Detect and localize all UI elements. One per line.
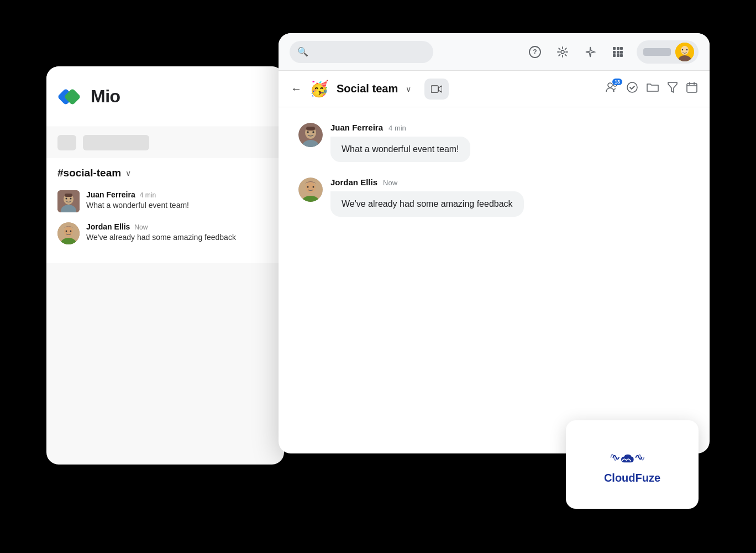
room-emoji: 🥳: [309, 80, 329, 98]
svg-point-10: [70, 231, 72, 232]
svg-point-9: [66, 231, 67, 232]
gchat-msg-body-1: Juan Ferreira 4 min What a wonderful eve…: [330, 123, 470, 162]
scene: Mio #social-team ∨: [46, 33, 710, 520]
gchat-message-1: Juan Ferreira 4 min What a wonderful eve…: [298, 123, 690, 162]
svg-point-40: [306, 182, 316, 193]
gchat-header-bar: 🔍 ?: [279, 33, 710, 71]
svg-rect-20: [613, 54, 616, 57]
folder-button[interactable]: [647, 82, 659, 95]
calendar-button[interactable]: [686, 82, 697, 96]
gchat-msg-header-2: Jordan Ellis Now: [330, 178, 524, 187]
slack-msg-content-2: Jordan Ellis Now We've already had some …: [86, 222, 236, 242]
cloudfuze-card: CloudFuze: [566, 420, 699, 509]
slack-msg-header-2: Jordan Ellis Now: [86, 222, 236, 231]
svg-rect-32: [687, 84, 697, 92]
svg-rect-21: [617, 54, 620, 57]
svg-point-31: [627, 82, 637, 92]
jordan-avatar-slack: [57, 222, 80, 244]
gchat-bubble-1: What a wonderful event team!: [330, 137, 470, 162]
gchat-panel: 🔍 ?: [279, 33, 710, 453]
svg-point-13: [561, 50, 564, 54]
channel-header[interactable]: #social-team ∨: [57, 167, 273, 179]
mio-diamonds-icon: [60, 87, 85, 107]
participants-count: 13: [612, 79, 622, 85]
slack-message-1: Juan Ferreira 4 min What a wonderful eve…: [57, 190, 273, 212]
chat-room-header: ← 🥳 Social team ∨ 13: [279, 71, 710, 107]
mio-logo-section: Mio: [46, 66, 284, 127]
slack-msg-content-1: Juan Ferreira 4 min What a wonderful eve…: [86, 190, 189, 210]
slack-text-1: What a wonderful event team!: [86, 201, 189, 210]
svg-point-3: [66, 198, 67, 200]
mini-box-2: [83, 135, 149, 150]
settings-button[interactable]: [554, 43, 571, 61]
slack-channel-area: #social-team ∨: [46, 158, 284, 263]
svg-rect-16: [620, 47, 623, 50]
mio-logo: Mio: [60, 86, 120, 107]
svg-point-43: [313, 186, 314, 188]
slack-mini-bar: [46, 127, 284, 158]
search-icon: 🔍: [297, 46, 308, 57]
slack-sender-1: Juan Ferreira: [86, 190, 135, 199]
svg-rect-18: [617, 51, 620, 54]
cloudfuze-icon: [610, 445, 654, 469]
gchat-bubble-2: We've already had some amazing feedback: [330, 191, 524, 217]
search-box[interactable]: 🔍: [290, 41, 433, 63]
spark-button[interactable]: [581, 43, 599, 61]
header-icons: ?: [526, 40, 699, 64]
room-tools: 13: [606, 81, 697, 96]
gchat-sender-1: Juan Ferreira: [330, 123, 383, 132]
gchat-time-1: 4 min: [389, 124, 406, 132]
juan-avatar: [57, 190, 80, 212]
filter-button[interactable]: [668, 81, 678, 96]
gchat-time-2: Now: [383, 179, 397, 187]
gchat-msg-body-2: Jordan Ellis Now We've already had some …: [330, 178, 524, 217]
svg-point-42: [307, 186, 309, 188]
account-area[interactable]: [637, 40, 699, 64]
participants-button[interactable]: 13: [606, 82, 618, 96]
gchat-message-2: Jordan Ellis Now We've already had some …: [298, 178, 690, 217]
gchat-msg-header-1: Juan Ferreira 4 min: [330, 123, 470, 132]
back-arrow-button[interactable]: ←: [291, 82, 302, 95]
slack-panel: Mio #social-team ∨: [46, 66, 284, 465]
apps-button[interactable]: [609, 43, 627, 61]
slack-time-2: Now: [134, 223, 148, 231]
svg-point-27: [686, 49, 688, 50]
svg-point-36: [307, 131, 308, 133]
slack-msg-header-1: Juan Ferreira 4 min: [86, 190, 189, 199]
room-name: Social team: [337, 82, 398, 95]
video-call-button[interactable]: [424, 79, 449, 100]
channel-name: #social-team: [57, 167, 121, 179]
svg-rect-5: [65, 194, 72, 197]
svg-rect-22: [620, 54, 623, 57]
svg-point-7: [64, 227, 73, 237]
tasks-button[interactable]: [627, 82, 638, 96]
svg-rect-17: [613, 51, 616, 54]
svg-point-4: [70, 198, 72, 200]
svg-point-26: [682, 49, 684, 50]
mio-logo-text: Mio: [91, 86, 120, 107]
user-avatar: [675, 43, 694, 61]
svg-text:?: ?: [533, 48, 537, 56]
help-button[interactable]: ?: [526, 43, 544, 61]
slack-text-2: We've already had some amazing feedback: [86, 233, 236, 242]
mini-box-1: [57, 135, 76, 150]
svg-rect-28: [431, 86, 438, 92]
jordan-avatar-gchat: [298, 178, 323, 202]
cloudfuze-logo: CloudFuze: [604, 445, 660, 484]
svg-rect-19: [620, 51, 623, 54]
messages-area: Juan Ferreira 4 min What a wonderful eve…: [279, 107, 710, 248]
svg-rect-15: [617, 47, 620, 50]
svg-point-37: [312, 131, 314, 133]
svg-rect-14: [613, 47, 616, 50]
svg-point-29: [608, 83, 612, 87]
chevron-down-icon: ∨: [125, 169, 131, 178]
slack-sender-2: Jordan Ellis: [86, 222, 130, 231]
slack-message-2: Jordan Ellis Now We've already had some …: [57, 222, 273, 244]
account-placeholder: [643, 48, 671, 56]
juan-avatar-gchat: [298, 123, 323, 147]
cloudfuze-name: CloudFuze: [604, 472, 660, 484]
room-chevron-icon[interactable]: ∨: [406, 85, 411, 93]
gchat-sender-2: Jordan Ellis: [330, 178, 377, 187]
svg-rect-38: [306, 127, 315, 131]
slack-time-1: 4 min: [140, 191, 156, 199]
